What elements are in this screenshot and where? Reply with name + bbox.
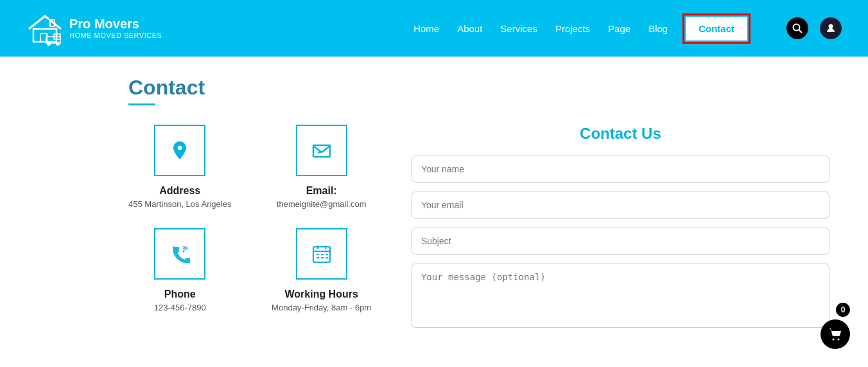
- svg-point-22: [833, 339, 835, 341]
- email-detail: themeignite@gmail.com: [277, 199, 367, 209]
- name-input[interactable]: [412, 156, 829, 183]
- header-icons: [786, 17, 842, 40]
- svg-point-11: [183, 251, 185, 253]
- cart-count: 0: [836, 303, 850, 317]
- svg-point-5: [47, 42, 51, 46]
- contact-form-area: Contact Us: [412, 125, 829, 339]
- subject-input[interactable]: [412, 228, 829, 255]
- brand-name: Pro Movers: [69, 16, 162, 31]
- email-group: [412, 192, 829, 219]
- address-icon-box: [154, 125, 205, 176]
- svg-point-7: [794, 24, 800, 31]
- search-icon: [786, 17, 808, 39]
- main-content: Contact Address 455 Martinson, Los Angel…: [0, 57, 868, 365]
- user-button[interactable]: [819, 17, 842, 40]
- cart-badge: 0: [820, 303, 850, 349]
- page-title: Contact: [128, 76, 829, 100]
- nav-page[interactable]: Page: [608, 23, 630, 34]
- message-textarea[interactable]: [412, 264, 829, 328]
- contact-us-heading: Contact Us: [412, 125, 829, 143]
- email-title: Email:: [306, 185, 337, 197]
- working-hours-title: Working Hours: [284, 289, 358, 300]
- svg-rect-0: [33, 29, 56, 42]
- location-icon: [169, 140, 190, 161]
- phone-icon-box: [154, 228, 205, 280]
- address-title: Address: [159, 185, 200, 197]
- site-header: Pro Movers HOME MOVED SERVICES Home Abou…: [0, 0, 868, 57]
- user-icon: [820, 17, 842, 39]
- search-button[interactable]: [786, 17, 809, 40]
- nav-contact[interactable]: Contact: [686, 17, 747, 40]
- phone-title: Phone: [164, 289, 196, 300]
- nav-projects[interactable]: Projects: [555, 23, 590, 34]
- name-group: [412, 156, 829, 183]
- logo: Pro Movers HOME MOVED SERVICES: [26, 11, 162, 46]
- phone-detail: 123-456-7890: [154, 303, 206, 312]
- main-nav: Home About Services Projects Page Blog C…: [413, 17, 747, 40]
- address-detail: 455 Martinson, Los Angeles: [128, 199, 231, 209]
- svg-point-6: [56, 42, 60, 46]
- address-card: Address 455 Martinson, Los Angeles: [128, 125, 231, 209]
- email-icon-box: [296, 125, 347, 176]
- email-icon: [311, 140, 332, 161]
- logo-text: Pro Movers HOME MOVED SERVICES: [69, 16, 162, 40]
- working-hours-detail: Monday-Friday, 8am - 6pm: [272, 303, 371, 312]
- cart-button[interactable]: [820, 319, 850, 349]
- message-group: [412, 264, 829, 330]
- email-card: Email: themeignite@gmail.com: [270, 125, 372, 209]
- cart-icon: [828, 327, 842, 341]
- phone-icon: [169, 244, 190, 264]
- nav-services[interactable]: Services: [500, 23, 537, 34]
- title-underline: [128, 103, 155, 105]
- subject-group: [412, 228, 829, 255]
- nav-about[interactable]: About: [457, 23, 482, 34]
- svg-point-23: [838, 339, 840, 341]
- nav-home[interactable]: Home: [413, 23, 439, 34]
- nav-blog[interactable]: Blog: [648, 23, 668, 34]
- content-grid: Address 455 Martinson, Los Angeles Email…: [128, 125, 829, 339]
- calendar-icon: [311, 244, 332, 264]
- brand-sub: HOME MOVED SERVICES: [69, 31, 162, 40]
- info-cards: Address 455 Martinson, Los Angeles Email…: [128, 125, 373, 312]
- logo-icon: [26, 11, 64, 46]
- phone-card: Phone 123-456-7890: [128, 228, 231, 312]
- working-hours-icon-box: [296, 228, 347, 280]
- svg-line-8: [799, 30, 803, 33]
- working-hours-card: Working Hours Monday-Friday, 8am - 6pm: [270, 228, 372, 312]
- svg-point-9: [829, 24, 833, 29]
- email-input[interactable]: [412, 192, 829, 219]
